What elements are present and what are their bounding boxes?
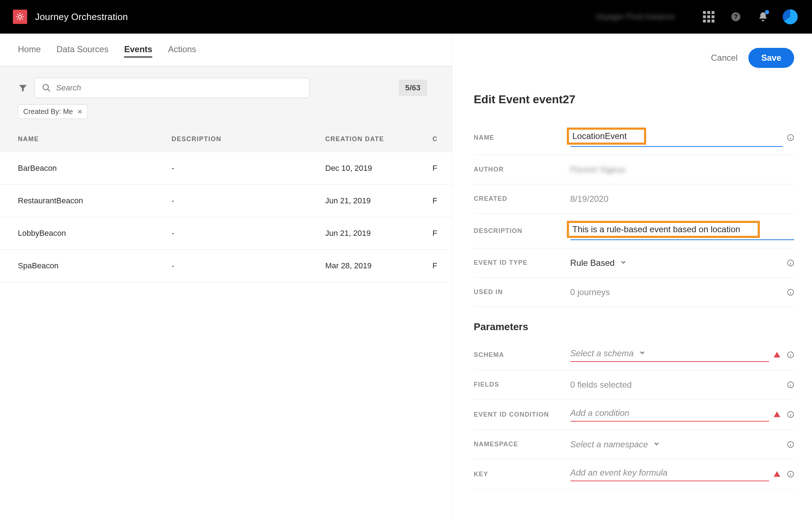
svg-point-0: [19, 15, 22, 19]
filter-icon[interactable]: [18, 83, 28, 93]
highlight-description: [567, 221, 760, 238]
detail-panel: Cancel Save Edit Event event27 NAME AUTH…: [452, 34, 812, 517]
field-name: NAME: [474, 120, 794, 155]
filter-row: 5/63: [0, 66, 452, 104]
table-row[interactable]: BarBeacon - Dec 10, 2019 F: [0, 152, 452, 185]
field-author: AUTHOR Florent Vigeux: [474, 155, 794, 184]
avatar[interactable]: [783, 9, 798, 24]
used-in-value: 0 journeys: [570, 287, 610, 297]
warning-icon: [773, 351, 781, 358]
table-header: NAME DESCRIPTION CREATION DATE C: [0, 126, 452, 152]
table-row[interactable]: LobbyBeacon - Jun 21, 2019 F: [0, 217, 452, 250]
chip-remove-icon[interactable]: ✕: [77, 108, 83, 116]
tab-events[interactable]: Events: [124, 44, 152, 58]
created-value: 8/19/2020: [570, 194, 609, 204]
namespace-placeholder: Select a namespace: [570, 439, 648, 449]
app-logo-icon: [13, 10, 27, 24]
svg-text:?: ?: [734, 13, 738, 20]
info-icon[interactable]: [787, 411, 794, 418]
table-row[interactable]: RestaurantBeacon - Jun 21, 2019 F: [0, 185, 452, 217]
highlight-name: [567, 128, 646, 145]
panel-title: Edit Event event27: [474, 93, 794, 106]
field-schema[interactable]: SCHEMA Select a schema: [474, 340, 794, 370]
notification-dot-icon: [765, 10, 769, 14]
chevron-down-icon: [653, 439, 660, 449]
chevron-down-icon: [639, 348, 646, 358]
col-header-name[interactable]: NAME: [18, 135, 172, 143]
col-header-description[interactable]: DESCRIPTION: [172, 135, 325, 143]
field-event-id-type[interactable]: EVENT ID TYPE Rule Based: [474, 248, 794, 278]
col-header-creator[interactable]: C: [432, 135, 438, 143]
field-event-id-condition[interactable]: EVENT ID CONDITION Add a condition: [474, 399, 794, 430]
section-parameters: Parameters: [474, 321, 794, 333]
left-pane: Home Data Sources Events Actions 5/63 Cr…: [0, 34, 452, 517]
field-key[interactable]: KEY Add an event key formula: [474, 459, 794, 489]
filter-chip-created-by[interactable]: Created By: Me ✕: [18, 104, 88, 119]
field-fields[interactable]: FIELDS 0 fields selected: [474, 370, 794, 399]
fields-value: 0 fields selected: [570, 380, 632, 390]
apps-waffle-icon[interactable]: [701, 9, 716, 24]
svg-point-3: [43, 84, 48, 90]
help-icon[interactable]: ?: [728, 9, 743, 24]
info-icon[interactable]: [787, 351, 794, 358]
field-created: CREATED 8/19/2020: [474, 184, 794, 214]
field-description: DESCRIPTION: [474, 214, 794, 248]
result-count: 5/63: [399, 80, 427, 96]
key-placeholder: Add an event key formula: [570, 468, 668, 478]
search-input[interactable]: [56, 83, 302, 93]
search-icon: [42, 83, 51, 93]
save-button[interactable]: Save: [748, 48, 794, 68]
app-title: Journey Orchestration: [35, 11, 128, 23]
nav-tabs: Home Data Sources Events Actions: [18, 44, 438, 66]
info-icon[interactable]: [787, 381, 794, 388]
warning-icon: [773, 411, 781, 418]
author-value: Florent Vigeux: [570, 165, 625, 175]
info-icon[interactable]: [787, 289, 794, 296]
warning-icon: [773, 471, 781, 478]
table-row[interactable]: SpaBeacon - Mar 28, 2019 F: [0, 250, 452, 282]
topbar: Journey Orchestration Voyager Prod Insta…: [0, 0, 812, 34]
event-id-type-value: Rule Based: [570, 258, 615, 268]
info-icon[interactable]: [787, 134, 794, 141]
description-input[interactable]: [573, 224, 754, 234]
info-icon[interactable]: [787, 471, 794, 478]
tab-actions[interactable]: Actions: [168, 44, 196, 58]
filter-chip-label: Created By: Me: [23, 108, 73, 116]
table-body: BarBeacon - Dec 10, 2019 F RestaurantBea…: [0, 152, 452, 282]
notifications-bell-icon[interactable]: [756, 9, 771, 24]
schema-placeholder: Select a schema: [570, 348, 634, 358]
info-icon[interactable]: [787, 441, 794, 448]
tab-home[interactable]: Home: [18, 44, 41, 58]
cancel-button[interactable]: Cancel: [711, 53, 738, 63]
info-icon[interactable]: [787, 259, 794, 267]
search-box[interactable]: [34, 78, 310, 98]
col-header-creation-date[interactable]: CREATION DATE: [325, 135, 432, 143]
field-used-in: USED IN 0 journeys: [474, 278, 794, 307]
org-name: Voyager Prod Instance: [595, 12, 675, 21]
field-namespace[interactable]: NAMESPACE Select a namespace: [474, 430, 794, 459]
tab-data-sources[interactable]: Data Sources: [56, 44, 108, 58]
event-id-condition-placeholder: Add a condition: [570, 408, 629, 418]
chevron-down-icon: [620, 258, 627, 268]
name-input[interactable]: [573, 131, 640, 141]
